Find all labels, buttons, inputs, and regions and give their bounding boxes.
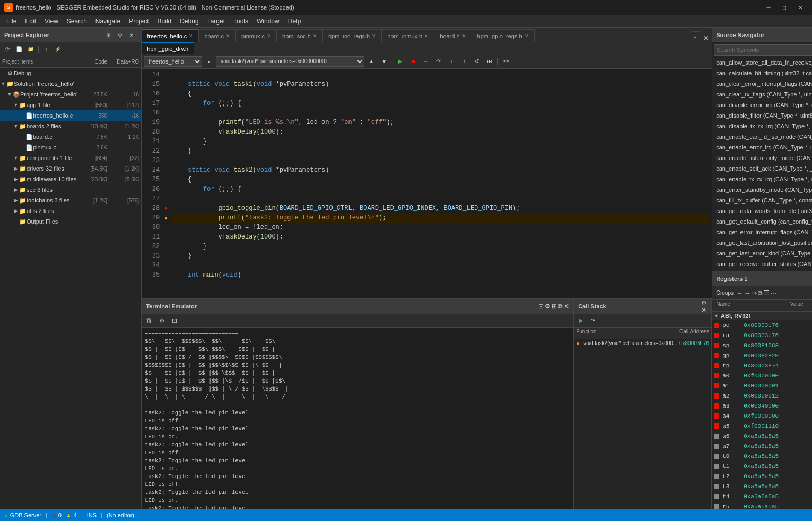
sn-item[interactable]: can_enable_tx_rx_irq (CAN_Type *, uint8_…: [712, 174, 812, 184]
sn-item[interactable]: can_clear_error_interrupt_flags (CAN_Typ…: [712, 78, 812, 89]
tree-item[interactable]: ▼ 📁 components 1 file [694] [32]: [0, 153, 141, 163]
close-button[interactable]: ✕: [793, 2, 808, 13]
sn-item[interactable]: can_disable_error_irq (CAN_Type *, uint8…: [712, 100, 812, 110]
et-up-btn[interactable]: ▲: [365, 56, 377, 67]
tab-close-icon[interactable]: ✕: [189, 33, 193, 39]
tree-item[interactable]: 📁 Output Files: [0, 216, 141, 227]
file-select[interactable]: freertos_hello: [144, 56, 202, 67]
menu-item-window[interactable]: Window: [252, 16, 284, 26]
menu-item-help[interactable]: Help: [284, 16, 305, 26]
reg-row-pc[interactable]: pc 0x80003e76: [712, 320, 812, 330]
reg-row-tp[interactable]: tp 0x80003874: [712, 360, 812, 370]
reg-row-a1[interactable]: a1 0x00000001: [712, 381, 812, 391]
reg-right-btn[interactable]: ⇒: [752, 289, 757, 297]
sn-item[interactable]: can_clear_rx_flags (CAN_Type *, uint8_t): [712, 89, 812, 100]
menu-item-debug[interactable]: Debug: [176, 16, 203, 26]
tab-close-icon[interactable]: ✕: [424, 33, 429, 39]
menu-item-navigate[interactable]: Navigate: [91, 16, 125, 26]
cs-close-btn[interactable]: ✕: [701, 306, 707, 314]
reg-row-a5[interactable]: a5 0xf0001110: [712, 421, 812, 431]
et-step-out-btn[interactable]: ↑: [458, 56, 470, 67]
et-step-into-btn[interactable]: ↓: [446, 56, 457, 67]
cs-row[interactable]: ● void task2(void* pvParameters=0x000...…: [574, 339, 711, 347]
tree-item[interactable]: ▼ 📦 Project 'freertos_hello' 28.5K -16: [0, 89, 141, 100]
tab-close-icon[interactable]: ✕: [226, 33, 230, 39]
sn-item[interactable]: can_enable_listen_only_mode (CAN_Type *,…: [712, 153, 812, 163]
menu-item-file[interactable]: File: [2, 16, 21, 26]
menu-item-edit[interactable]: Edit: [21, 16, 40, 26]
reg-row-gp[interactable]: gp 0x00082820: [712, 350, 812, 360]
tree-item[interactable]: 📄 pinmux.c 2.6K: [0, 142, 141, 153]
sn-item[interactable]: can_disable_tx_rx_irq (CAN_Type *, uint8…: [712, 121, 812, 131]
sn-item[interactable]: can_enter_standby_mode (CAN_Type *, _Boo…: [712, 184, 812, 195]
sn-item[interactable]: can_enable_self_ack (CAN_Type *, _Bool): [712, 163, 812, 174]
reg-row-t0[interactable]: t0 0xa5a5a5a5: [712, 451, 812, 461]
terminal-content[interactable]: ============================ $$\ $$\ $$$…: [142, 328, 573, 516]
et-step-over-btn[interactable]: ↷: [433, 56, 444, 67]
sn-item[interactable]: can_get_last_error_kind (CAN_Type *): [712, 248, 812, 259]
sn-item[interactable]: can_get_default_config (can_config_t *): [712, 216, 812, 227]
reg-groups-btn[interactable]: Groups: [714, 290, 736, 296]
hpm-gpio-tab[interactable]: hpm_gpio_drv.h: [142, 42, 194, 54]
minimize-button[interactable]: ─: [761, 2, 776, 13]
reg-row-t3[interactable]: t3 0xa5a5a5a5: [712, 481, 812, 491]
sn-item[interactable]: can_enable_error_irq (CAN_Type *, uint8_…: [712, 142, 812, 153]
editor-tab-board-h[interactable]: board.h✕: [434, 29, 472, 42]
reg-group-header[interactable]: ▼ ABI, RV32I: [712, 312, 812, 320]
menu-item-search[interactable]: Search: [63, 16, 91, 26]
menu-item-view[interactable]: View: [40, 16, 63, 26]
cs-run-btn[interactable]: ▶: [576, 316, 587, 325]
reg-row-a6[interactable]: a6 0xa5a5a5a5: [712, 431, 812, 441]
tp-btn1[interactable]: ⊡: [538, 303, 544, 310]
tp-btn4[interactable]: ⧉: [558, 303, 563, 310]
et-glasses-btn[interactable]: 👓: [500, 56, 512, 67]
pe-expand-btn[interactable]: ↕: [41, 45, 51, 54]
editor-tab-freertos_hello-c[interactable]: freertos_hello.c✕: [142, 29, 199, 42]
sn-item[interactable]: can_get_receive_error_count (CAN_Type *): [712, 269, 812, 271]
tab-close-icon[interactable]: ✕: [267, 33, 271, 39]
tree-item[interactable]: ▼ 📁 app 1 file [550] [117]: [0, 100, 141, 110]
tp-clear-btn[interactable]: 🗑: [144, 316, 154, 325]
tree-item[interactable]: ▶ 📁 soc 6 files: [0, 184, 141, 195]
reg-row-t1[interactable]: t1 0xa5a5a5a5: [712, 461, 812, 471]
reg-row-a4[interactable]: a4 0xf0000000: [712, 411, 812, 421]
menu-item-project[interactable]: Project: [125, 16, 153, 26]
tree-item[interactable]: ▼ 📁 Solution 'freertos_hello': [0, 78, 141, 89]
sn-item[interactable]: can_disable_filter (CAN_Type *, uint8_t): [712, 110, 812, 121]
reg-back-btn[interactable]: ←: [737, 289, 743, 297]
reg-copy-btn[interactable]: ⧉: [758, 289, 763, 297]
tp-close-btn[interactable]: ✕: [564, 303, 569, 310]
reg-more-btn[interactable]: ⋯: [771, 289, 777, 297]
tp-terminal-btn[interactable]: ⊡: [169, 316, 180, 325]
reg-row-a3[interactable]: a3 0x00040000: [712, 401, 812, 411]
tree-item[interactable]: ▼ 📁 boards 2 files [10.4K] [1.2K]: [0, 121, 141, 131]
sn-item[interactable]: can_get_data_words_from_dlc (uint32_t): [712, 206, 812, 216]
et-reset-btn[interactable]: ↺: [471, 56, 483, 67]
reg-row-t2[interactable]: t2 0xa5a5a5a5: [712, 471, 812, 481]
editor-close-btn[interactable]: ✕: [700, 34, 712, 42]
tp-config-btn[interactable]: ⚙: [156, 316, 167, 325]
func-select[interactable]: void task2(void* pvParameters=0x00000000…: [216, 56, 364, 67]
tp-btn2[interactable]: ⚙: [545, 303, 551, 310]
editor-tab-hpm_ioc_regs-h[interactable]: hpm_ioc_regs.h✕: [323, 29, 382, 42]
reg-row-sp[interactable]: sp 0x80081068: [712, 340, 812, 350]
reg-row-a2[interactable]: a2 0x00000012: [712, 391, 812, 401]
editor-tab-hpm_soc-h[interactable]: hpm_soc.h✕: [277, 29, 323, 42]
et-back-btn[interactable]: ←: [420, 56, 432, 67]
maximize-button[interactable]: □: [777, 2, 792, 13]
reg-row-a7[interactable]: a7 0xa5a5a5a5: [712, 441, 812, 451]
pe-add-file-btn[interactable]: 📄: [14, 45, 24, 54]
menu-item-build[interactable]: Build: [153, 16, 176, 26]
menu-item-target[interactable]: Target: [203, 16, 229, 26]
tp-btn3[interactable]: ⊞: [552, 303, 557, 310]
menu-item-tools[interactable]: Tools: [229, 16, 252, 26]
cs-config-btn[interactable]: ⚙: [701, 299, 707, 306]
cs-step-btn[interactable]: ↷: [588, 316, 598, 325]
code-area[interactable]: static void task1(void *pvParameters) { …: [170, 69, 712, 298]
pe-new-folder-btn[interactable]: 📁: [25, 45, 36, 54]
et-run-btn[interactable]: ▶: [395, 56, 406, 67]
pe-panel-btn[interactable]: ⊞: [103, 30, 113, 40]
sn-item[interactable]: can_get_receive_buffer_status (CAN_Type …: [712, 259, 812, 269]
sn-item[interactable]: can_get_error_interrupt_flags (CAN_Type …: [712, 227, 812, 237]
tree-item[interactable]: 📄 board.c 7.8K 1.2K: [0, 131, 141, 142]
